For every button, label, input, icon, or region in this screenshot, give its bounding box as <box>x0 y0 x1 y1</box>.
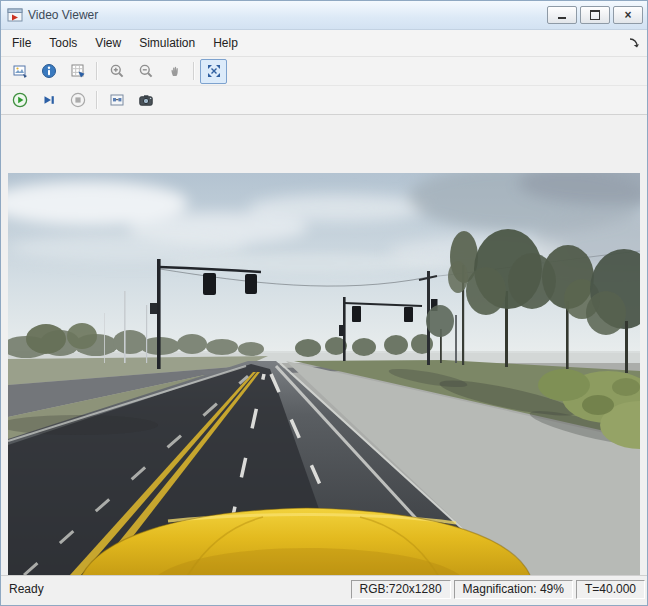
dock-figure-icon[interactable] <box>627 36 641 50</box>
zoom-in-button[interactable] <box>103 59 130 84</box>
zoom-out-icon <box>138 63 154 79</box>
info-icon <box>41 63 57 79</box>
menubar: File Tools View Simulation Help <box>1 30 647 57</box>
bottom-strip <box>1 602 647 605</box>
statusbar: Ready RGB:720x1280 Magnification: 49% T=… <box>1 575 647 602</box>
pan-icon <box>167 63 183 79</box>
pixel-region-button[interactable] <box>64 59 91 84</box>
menu-file[interactable]: File <box>3 32 40 54</box>
simulink-blocks-icon <box>109 92 125 108</box>
pixel-region-icon <box>70 63 86 79</box>
fit-to-window-icon <box>206 63 222 79</box>
maximize-icon <box>590 10 600 20</box>
zoom-in-icon <box>109 63 125 79</box>
menu-tools[interactable]: Tools <box>40 32 86 54</box>
zoom-out-button[interactable] <box>132 59 159 84</box>
minimize-button[interactable] <box>547 6 577 24</box>
close-button[interactable]: × <box>613 6 643 24</box>
step-forward-icon <box>41 92 57 108</box>
simulation-time-field: T=40.000 <box>576 580 645 599</box>
titlebar[interactable]: Video Viewer × <box>1 1 647 30</box>
toolbar-separator <box>96 91 98 109</box>
camera-icon <box>138 92 154 108</box>
app-icon <box>7 7 23 23</box>
main-toolbar <box>1 57 647 86</box>
snapshot-button[interactable] <box>132 88 159 113</box>
minimize-icon <box>558 17 566 19</box>
step-forward-button[interactable] <box>35 88 62 113</box>
export-image-button[interactable] <box>6 59 33 84</box>
link-simulink-button[interactable] <box>103 88 130 113</box>
toolbar-separator <box>96 62 98 80</box>
simulation-video-frame <box>8 173 640 575</box>
toolbar-separator <box>193 62 195 80</box>
pan-button[interactable] <box>161 59 188 84</box>
video-display[interactable] <box>8 173 640 575</box>
status-text: Ready <box>9 582 348 596</box>
stop-icon <box>70 92 86 108</box>
window-title: Video Viewer <box>28 8 544 22</box>
rgb-resolution-field: RGB:720x1280 <box>351 580 451 599</box>
video-information-button[interactable] <box>35 59 62 84</box>
playback-toolbar <box>1 86 647 115</box>
close-icon: × <box>624 10 631 20</box>
stop-button[interactable] <box>64 88 91 113</box>
menu-simulation[interactable]: Simulation <box>130 32 204 54</box>
magnification-field[interactable]: Magnification: 49% <box>454 580 573 599</box>
menu-view[interactable]: View <box>86 32 130 54</box>
play-icon <box>12 92 28 108</box>
maximize-button[interactable] <box>580 6 610 24</box>
play-button[interactable] <box>6 88 33 113</box>
canvas-gap <box>1 115 647 173</box>
maintain-fit-button[interactable] <box>200 59 227 84</box>
video-viewer-window: Video Viewer × File Tools View Simulatio… <box>0 0 648 606</box>
menu-help[interactable]: Help <box>204 32 247 54</box>
export-image-icon <box>12 63 28 79</box>
